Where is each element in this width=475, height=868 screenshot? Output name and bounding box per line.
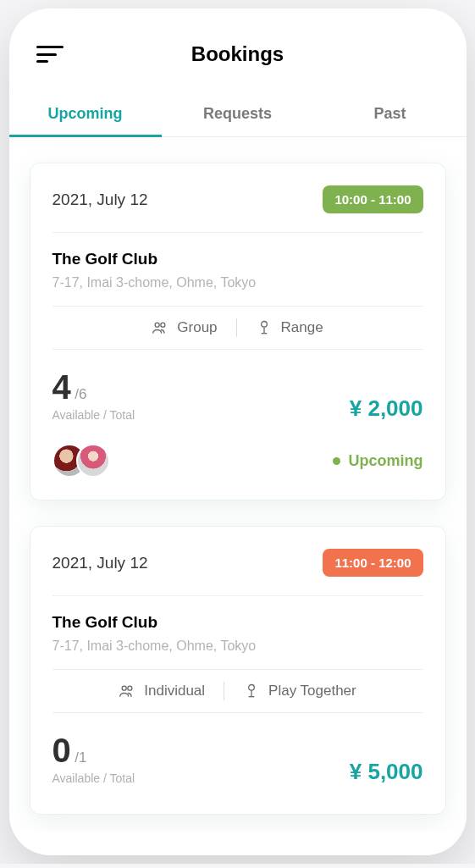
stats-row: 0 /1 Available / Total ¥ 5,000 <box>52 713 423 792</box>
venue-address: 7-17, Imai 3-chome, Ohme, Tokyo <box>52 275 423 290</box>
booking-date: 2021, July 12 <box>52 191 148 209</box>
group-type: Group <box>152 319 217 336</box>
venue-section: The Golf Club 7-17, Imai 3-chome, Ohme, … <box>52 233 423 306</box>
slots-caption: Available / Total <box>52 771 135 785</box>
slots: 0 /1 Available / Total <box>52 732 135 785</box>
price: ¥ 2,000 <box>350 395 423 422</box>
avatar[interactable] <box>76 444 110 478</box>
time-badge: 11:00 - 12:00 <box>323 549 423 577</box>
status-dot-icon <box>333 457 340 465</box>
svg-point-2 <box>261 322 267 328</box>
slots-available: 0 <box>52 732 71 769</box>
meta-row: Group Range <box>52 306 423 350</box>
time-badge: 10:00 - 11:00 <box>323 185 423 213</box>
price: ¥ 5,000 <box>350 759 423 785</box>
booking-date: 2021, July 12 <box>52 554 148 572</box>
venue-name: The Golf Club <box>52 250 423 268</box>
card-header: 2021, July 12 10:00 - 11:00 <box>52 185 423 233</box>
svg-point-1 <box>161 323 165 327</box>
play-type: Play Together <box>243 683 356 699</box>
card-header: 2021, July 12 11:00 - 12:00 <box>52 549 423 596</box>
status-badge: Upcoming <box>333 452 423 470</box>
play-type: Range <box>256 319 323 336</box>
people-icon <box>119 683 135 699</box>
play-type-label: Range <box>281 319 323 336</box>
slots-available: 4 <box>52 368 71 406</box>
venue-name: The Golf Club <box>52 613 423 632</box>
svg-point-5 <box>249 685 255 691</box>
divider <box>224 682 224 700</box>
tab-upcoming[interactable]: Upcoming <box>9 91 162 136</box>
slots-caption: Available / Total <box>52 408 135 422</box>
slots-total: /1 <box>75 749 86 766</box>
group-type-label: Group <box>177 319 217 336</box>
booking-card[interactable]: 2021, July 12 10:00 - 11:00 The Golf Clu… <box>30 163 446 500</box>
page-title: Bookings <box>36 42 439 66</box>
svg-point-3 <box>122 686 126 690</box>
slots-total: /6 <box>75 386 86 402</box>
slots: 4 /6 Available / Total <box>52 368 135 422</box>
meta-row: Individual Play Together <box>52 669 423 713</box>
booking-card[interactable]: 2021, July 12 11:00 - 12:00 The Golf Clu… <box>30 526 446 815</box>
status-label: Upcoming <box>349 452 423 470</box>
pin-icon <box>243 683 260 699</box>
play-type-label: Play Together <box>268 683 356 699</box>
group-type: Individual <box>119 683 205 699</box>
avatar-stack[interactable] <box>52 444 110 478</box>
tab-past[interactable]: Past <box>314 91 467 136</box>
header: Bookings <box>9 8 467 91</box>
tabs: Upcoming Requests Past <box>9 91 467 137</box>
divider <box>236 318 237 337</box>
app-screen: Bookings Upcoming Requests Past 2021, Ju… <box>9 8 467 855</box>
card-footer: Upcoming <box>52 428 423 478</box>
venue-section: The Golf Club 7-17, Imai 3-chome, Ohme, … <box>52 596 423 669</box>
bookings-list[interactable]: 2021, July 12 10:00 - 11:00 The Golf Clu… <box>9 137 467 832</box>
pin-icon <box>256 319 273 336</box>
people-icon <box>152 319 168 336</box>
group-type-label: Individual <box>144 683 205 699</box>
venue-address: 7-17, Imai 3-chome, Ohme, Tokyo <box>52 639 423 654</box>
stats-row: 4 /6 Available / Total ¥ 2,000 <box>52 350 423 428</box>
svg-point-4 <box>128 686 132 690</box>
svg-point-0 <box>155 323 159 327</box>
tab-requests[interactable]: Requests <box>162 91 314 136</box>
